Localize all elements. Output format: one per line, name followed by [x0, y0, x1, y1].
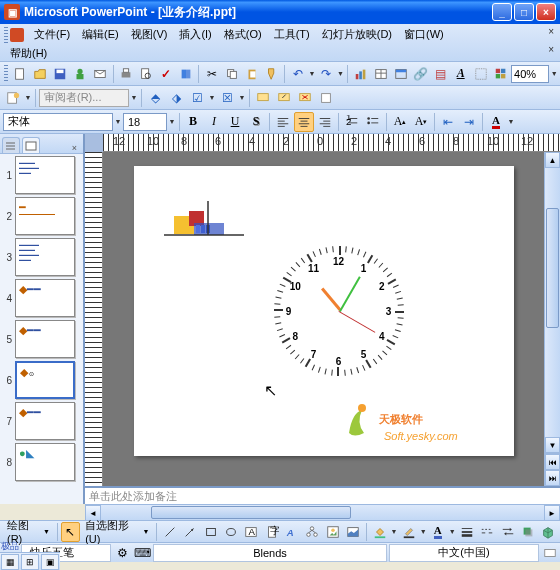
vertical-scrollbar[interactable]: ▲ ▼ ⏮ ⏭: [544, 152, 560, 486]
minimize-button[interactable]: _: [492, 3, 512, 21]
increase-indent-button[interactable]: ⇥: [459, 112, 479, 132]
ime-keyboard-icon[interactable]: ⌨: [132, 543, 152, 563]
close-button[interactable]: ×: [536, 3, 556, 21]
font-color-button[interactable]: A: [486, 112, 506, 132]
rectangle-button[interactable]: [201, 522, 220, 542]
line-style-button[interactable]: [457, 522, 476, 542]
expand-button[interactable]: ▤: [431, 64, 450, 84]
numbering-button[interactable]: 12: [342, 112, 362, 132]
slide-thumbnail[interactable]: ▬▬▬▬▬▬▬▬▬▬▬▬▬▬▬▬▬: [15, 238, 75, 276]
zoom-dropdown[interactable]: ▼: [550, 70, 558, 77]
open-button[interactable]: [31, 64, 50, 84]
menu-file[interactable]: 文件(F): [28, 25, 76, 44]
horizontal-scrollbar[interactable]: ◄ ►: [85, 504, 560, 520]
cut-button[interactable]: ✂: [202, 64, 221, 84]
oval-button[interactable]: [221, 522, 240, 542]
copy-button[interactable]: [222, 64, 241, 84]
doc-close-button[interactable]: ×: [548, 44, 554, 55]
scroll-thumb[interactable]: [151, 506, 351, 519]
scroll-track[interactable]: [101, 505, 544, 520]
next-slide-button[interactable]: ⏭: [545, 470, 560, 486]
line-button[interactable]: [160, 522, 179, 542]
reviewer-combo[interactable]: 审阅者(R)...: [39, 89, 129, 107]
slide[interactable]: 121234567891011 ↖ 天极软件 Soft.yesky.com: [134, 166, 514, 456]
menu-window[interactable]: 窗口(W): [398, 25, 450, 44]
increase-font-button[interactable]: A▴: [390, 112, 410, 132]
font-color-dropdown[interactable]: ▼: [507, 118, 515, 125]
vertical-textbox-button[interactable]: 字: [262, 522, 281, 542]
grid-button[interactable]: [471, 64, 490, 84]
undo-dropdown[interactable]: ▼: [308, 70, 316, 77]
pane-close-button[interactable]: ×: [68, 143, 81, 153]
accept-button[interactable]: ☑: [187, 88, 207, 108]
reject-dropdown[interactable]: ▼: [238, 94, 246, 101]
sorter-view-button[interactable]: ⊞: [21, 554, 39, 570]
normal-view-button[interactable]: ▦: [1, 554, 19, 570]
email-button[interactable]: [91, 64, 110, 84]
redo-dropdown[interactable]: ▼: [337, 70, 345, 77]
wordart-button[interactable]: A: [282, 522, 301, 542]
clock-object[interactable]: 121234567891011: [274, 246, 404, 376]
status-icon[interactable]: [540, 543, 560, 563]
next-button[interactable]: ⬗: [166, 88, 186, 108]
line-color-button[interactable]: [399, 522, 418, 542]
menu-help-input[interactable]: ×: [548, 26, 554, 37]
arrow-button[interactable]: [181, 522, 200, 542]
toolbar-handle[interactable]: [4, 27, 8, 43]
fill-color-button[interactable]: [370, 522, 389, 542]
show-markup-button[interactable]: [3, 88, 23, 108]
insert-comment-button[interactable]: [253, 88, 273, 108]
menu-format[interactable]: 格式(O): [218, 25, 268, 44]
font-color-button2[interactable]: A: [428, 522, 447, 542]
toolbar-handle[interactable]: [4, 65, 8, 83]
thumbnail-list[interactable]: 1▬▬▬▬▬▬▬▬▬▬▬▬ 2━ 3▬▬▬▬▬▬▬▬▬▬▬▬▬▬▬▬▬ 4◆━━…: [0, 154, 83, 504]
scroll-track[interactable]: [545, 168, 560, 437]
paste-button[interactable]: [242, 64, 261, 84]
slide-thumbnail[interactable]: ◆━━: [15, 320, 75, 358]
align-right-button[interactable]: [315, 112, 335, 132]
linecolor-dropdown[interactable]: ▼: [419, 528, 427, 535]
fontsize-dropdown[interactable]: ▼: [168, 118, 176, 125]
reviewer-dropdown[interactable]: ▼: [130, 94, 138, 101]
underline-button[interactable]: U: [225, 112, 245, 132]
chart-button[interactable]: [351, 64, 370, 84]
markup-dropdown[interactable]: ▼: [24, 94, 32, 101]
bold-button[interactable]: B: [183, 112, 203, 132]
preview-button[interactable]: [137, 64, 156, 84]
slide-thumbnail[interactable]: ◆━━: [15, 279, 75, 317]
previous-button[interactable]: ⬘: [145, 88, 165, 108]
scroll-down-button[interactable]: ▼: [545, 437, 560, 453]
spellcheck-button[interactable]: ✓: [157, 64, 176, 84]
vertical-ruler[interactable]: [85, 152, 103, 486]
horizontal-ruler[interactable]: 12108642024681012: [103, 134, 560, 152]
decrease-indent-button[interactable]: ⇤: [438, 112, 458, 132]
decrease-font-button[interactable]: A▾: [411, 112, 431, 132]
slide-canvas[interactable]: 121234567891011 ↖ 天极软件 Soft.yesky.com: [103, 152, 544, 486]
tables-borders-button[interactable]: [391, 64, 410, 84]
notes-pane[interactable]: 单击此处添加备注: [85, 486, 560, 504]
ime-settings-icon[interactable]: ⚙: [112, 543, 132, 563]
delete-comment-button[interactable]: [295, 88, 315, 108]
redo-button[interactable]: ↷: [317, 64, 336, 84]
table-button[interactable]: [371, 64, 390, 84]
picture-button[interactable]: [344, 522, 363, 542]
scroll-thumb[interactable]: [546, 208, 559, 328]
decorative-shape[interactable]: [164, 201, 244, 251]
menu-help[interactable]: 帮助(H): [4, 44, 53, 63]
slide-thumbnail[interactable]: ●◣: [15, 443, 75, 481]
textbox-button[interactable]: A: [242, 522, 261, 542]
scroll-up-button[interactable]: ▲: [545, 152, 560, 168]
hyperlink-button[interactable]: 🔗: [411, 64, 430, 84]
slide-thumbnail[interactable]: ━: [15, 197, 75, 235]
menu-insert[interactable]: 插入(I): [173, 25, 217, 44]
save-button[interactable]: [51, 64, 70, 84]
3d-style-button[interactable]: [539, 522, 558, 542]
menu-edit[interactable]: 编辑(E): [76, 25, 125, 44]
format-painter-button[interactable]: [262, 64, 281, 84]
permission-button[interactable]: [71, 64, 90, 84]
outline-tab[interactable]: [2, 137, 20, 153]
shadow-style-button[interactable]: [518, 522, 537, 542]
slides-tab[interactable]: [22, 137, 40, 153]
reject-button[interactable]: ☒: [217, 88, 237, 108]
italic-button[interactable]: I: [204, 112, 224, 132]
